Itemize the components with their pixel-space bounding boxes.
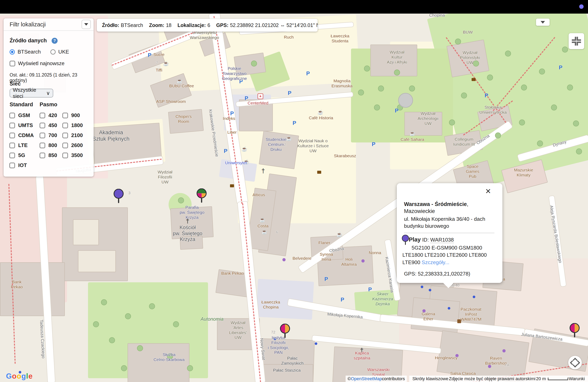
google-attribution-bar: Skróty klawiszowe Zdjęcie może być objęt… <box>409 376 588 382</box>
pan-control-button[interactable] <box>568 356 582 369</box>
checkbox[interactable] <box>63 113 68 118</box>
checkbox[interactable] <box>63 143 68 148</box>
filter-checkbox-700[interactable]: 700 <box>40 132 57 138</box>
panel-collapse-button[interactable] <box>82 20 91 29</box>
filter-checkbox-800[interactable]: 800 <box>40 142 57 149</box>
checkbox-label: GSM <box>18 112 30 118</box>
checkbox[interactable] <box>40 113 45 118</box>
select-chevron-icon: ∨ <box>46 90 50 96</box>
filter-checkbox-iot[interactable]: IOT <box>9 162 27 169</box>
exit-fullscreen-button[interactable] <box>568 33 584 49</box>
radio-label: BTSearch <box>18 49 41 55</box>
keyboard-shortcuts-link[interactable]: Skróty klawiszowe <box>412 376 448 382</box>
scale-text: 20 m <box>536 376 546 382</box>
checkbox[interactable] <box>9 143 15 148</box>
checkbox[interactable] <box>9 113 15 118</box>
location-pin[interactable] <box>196 188 207 204</box>
checkbox-label: 850 <box>48 152 57 158</box>
checkbox-label: 450 <box>48 122 57 129</box>
app-screen: PPPPPPPPPPPPPPPPPP☕☕☕☕☕☕☕☕☕☕†††+Uniwersy… <box>0 0 588 382</box>
source-section-label-row: Źródło danych ? <box>10 38 58 44</box>
filter-checkbox-850[interactable]: 850 <box>40 152 57 158</box>
popup-operator-row: Play ID: WAR1038 <box>409 236 494 244</box>
radio-label: UKE <box>58 49 69 55</box>
map-type-dropdown-button[interactable] <box>536 19 550 26</box>
source-radio-uke[interactable]: UKE <box>50 49 69 55</box>
popup-gps: GPS: 52,238333,21,020278) <box>404 271 494 277</box>
checkbox-label: LTE <box>18 142 28 149</box>
checkbox-label: UMTS <box>18 122 33 129</box>
notification-dot <box>579 4 584 9</box>
osm-link[interactable]: OpenStreetMap <box>351 376 382 382</box>
checkbox[interactable] <box>63 123 68 128</box>
checkbox[interactable] <box>40 123 45 128</box>
newest-checkbox-label: Wyświetl najnowsze <box>18 60 64 67</box>
checkbox-label: IOT <box>18 162 27 169</box>
filter-checkbox-3500[interactable]: 3500 <box>63 152 83 158</box>
filter-panel-title: Filtr lokalizacji <box>10 21 46 28</box>
popup-divider <box>404 233 494 233</box>
popup-title: Warszawa - Śródmieście, Mazowieckie <box>404 201 494 215</box>
checkbox[interactable] <box>9 153 15 158</box>
filter-checkbox-900[interactable]: 900 <box>63 112 80 118</box>
filter-checkbox-5g[interactable]: 5G <box>9 152 25 158</box>
filter-checkbox-cdma[interactable]: CDMA <box>9 132 34 138</box>
source-radio-btsearch[interactable]: BTSearch <box>10 49 41 55</box>
filter-checkbox-gsm[interactable]: GSM <box>9 112 30 118</box>
google-logo-letter: g <box>21 372 26 380</box>
terms-link[interactable]: Warunki <box>569 376 585 382</box>
google-logo-letter: G <box>6 372 12 380</box>
location-pin[interactable] <box>113 189 124 205</box>
checkbox[interactable] <box>9 123 15 128</box>
filter-checkbox-450[interactable]: 450 <box>40 122 57 129</box>
close-icon[interactable]: × <box>485 186 491 196</box>
checkbox[interactable] <box>63 133 68 138</box>
operator-id-link[interactable]: WAR1038 <box>430 237 454 243</box>
filter-checkbox-lte[interactable]: LTE <box>9 142 28 149</box>
location-popup: × Warszawa - Śródmieście, Mazowieckie ul… <box>397 183 503 283</box>
help-icon[interactable]: ? <box>52 38 58 44</box>
filter-panel: Filtr lokalizacji Źródło danych ? BTSear… <box>4 18 94 177</box>
radio-button[interactable] <box>10 49 15 55</box>
checkbox[interactable] <box>40 133 45 138</box>
operator-id-label: ID: <box>421 237 430 243</box>
newest-checkbox-row[interactable]: Wyświetl najnowsze <box>10 60 64 67</box>
band-column-header: Pasmo <box>40 101 57 108</box>
checkbox[interactable] <box>40 143 45 148</box>
google-logo-letter: e <box>28 372 33 380</box>
checkbox[interactable] <box>9 133 15 138</box>
newest-checkbox[interactable] <box>10 61 15 66</box>
filter-checkbox-1800[interactable]: 1800 <box>63 122 83 129</box>
osm-suffix: contributors <box>382 376 405 382</box>
scale-bar <box>548 378 568 380</box>
location-pin[interactable] <box>569 323 580 339</box>
network-select[interactable]: Wszystkie sieci ∨ <box>10 89 53 97</box>
filter-checkbox-umts[interactable]: UMTS <box>9 122 33 129</box>
status-źrodłoo: Źródło:BTSearch <box>102 22 143 28</box>
checkbox-label: CDMA <box>18 132 34 138</box>
status-lokalizacjeo: Lokalizacje:6 <box>177 22 210 28</box>
source-radio-group: BTSearchUKE <box>10 49 74 55</box>
filter-checkbox-2100[interactable]: 2100 <box>63 132 83 138</box>
checkbox-label: 3500 <box>71 152 83 158</box>
checkbox-label: 2600 <box>71 142 83 149</box>
location-pin[interactable] <box>280 324 290 340</box>
details-link[interactable]: Szczegóły... <box>421 259 449 265</box>
checkbox[interactable] <box>9 163 15 168</box>
filter-checkbox-2600[interactable]: 2600 <box>63 142 83 149</box>
network-select-value: Wszystkie sieci <box>13 87 46 99</box>
google-logo: Google <box>6 372 33 381</box>
filter-checkbox-420[interactable]: 420 <box>40 112 57 118</box>
checkbox-label: 5G <box>18 152 25 158</box>
google-logo-letter: o <box>12 372 17 380</box>
chevron-down-icon <box>541 21 545 24</box>
collapse-icon <box>572 37 576 41</box>
network-section-label: Sieć <box>10 81 21 87</box>
radio-button[interactable] <box>50 49 56 55</box>
google-logo-letter: l <box>26 372 28 380</box>
source-section-label: Źródło danych <box>10 38 47 44</box>
checkbox-label: 800 <box>48 142 57 149</box>
checkbox[interactable] <box>63 153 68 158</box>
checkbox[interactable] <box>40 153 45 158</box>
status-zoomo: Zoom:18 <box>149 22 171 28</box>
